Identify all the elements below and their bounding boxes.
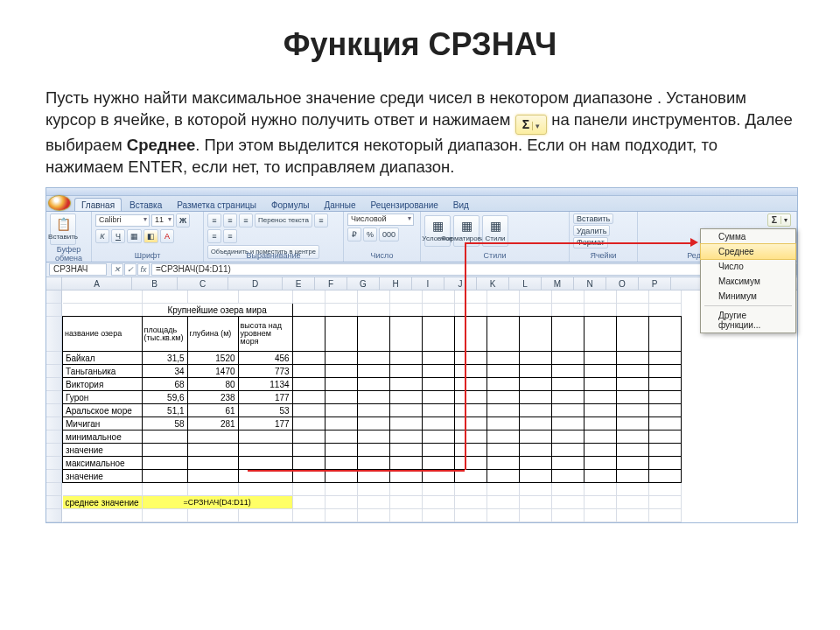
grid[interactable]: Крупнейшие озера мира название озера пло… [62, 290, 682, 523]
align-right[interactable]: ≡ [223, 229, 237, 243]
row-headers [46, 290, 62, 523]
fx-icon[interactable]: fx [137, 263, 150, 276]
sigma-icon: Σ [520, 117, 532, 131]
border-button[interactable]: ▦ [127, 229, 142, 243]
autosum-dropdown: Сумма Среднее Число Максимум Минимум Дру… [700, 228, 796, 333]
tab-data[interactable]: Данные [317, 198, 362, 211]
window-titlebar [46, 188, 797, 196]
align-center[interactable]: ≡ [207, 229, 221, 243]
name-box[interactable]: СРЗНАЧ [49, 263, 107, 276]
group-styles: ▦Условное ▦Форматировать ▦Стили Стили [421, 212, 570, 262]
page-title: Функция СРЗНАЧ [46, 26, 794, 63]
menu-sum[interactable]: Сумма [701, 229, 795, 244]
table-title: Крупнейшие озера мира [142, 304, 292, 317]
font-name-select[interactable]: Calibri [95, 214, 150, 227]
percent-button[interactable]: % [363, 228, 377, 242]
align-mid[interactable]: ≡ [223, 214, 237, 228]
menu-count[interactable]: Число [701, 259, 795, 274]
number-format-select[interactable]: Числовой [347, 214, 414, 226]
cancel-icon[interactable]: ✕ [111, 263, 123, 276]
arrow-head-icon [690, 238, 698, 247]
tab-formulas[interactable]: Формулы [264, 198, 317, 211]
arrow-annotation [465, 242, 466, 470]
col-A[interactable]: A [62, 277, 132, 290]
result-formula: =СРЗНАЧ(D4:D11) [142, 496, 292, 509]
menu-max[interactable]: Максимум [701, 274, 795, 289]
office-button[interactable] [48, 195, 71, 211]
group-editing: Σ ▾ Сумма Среднее Число Максимум Минимум… [638, 212, 797, 262]
ok-icon[interactable]: ✓ [124, 263, 136, 276]
sigma-button-inline: Σ▾ [515, 115, 547, 135]
col-C[interactable]: C [178, 277, 228, 290]
arrow-annotation [248, 470, 465, 472]
col-B[interactable]: B [132, 277, 178, 290]
menu-more-fn[interactable]: Другие функции... [701, 308, 795, 332]
currency-button[interactable]: ₽ [347, 228, 361, 242]
description: Пусть нужно найти максимальное значение … [46, 88, 794, 178]
font-size-select[interactable]: 11 [151, 214, 174, 227]
bold-button[interactable]: Ж [176, 214, 190, 228]
group-clipboard: 📋Вставить Буфер обмена [46, 212, 92, 262]
formula-bar: СРЗНАЧ ✕ ✓ fx =СРЗНАЧ(D4:D11) [46, 262, 797, 277]
menu-min[interactable]: Минимум [701, 289, 795, 304]
insert-cells[interactable]: Вставить [573, 214, 613, 225]
wrap-text[interactable]: Перенос текста [255, 214, 312, 228]
align-top[interactable]: ≡ [207, 214, 221, 228]
font-color-button[interactable]: A [160, 229, 174, 243]
fill-button[interactable]: ◧ [144, 229, 158, 243]
comma-button[interactable]: 000 [379, 228, 399, 242]
menu-average[interactable]: Среднее [700, 243, 796, 260]
group-font: Calibri 11 Ж К Ч ▦ ◧ A Шрифт [92, 212, 204, 262]
ribbon: 📋Вставить Буфер обмена Calibri 11 Ж К Ч … [46, 212, 797, 262]
tab-home[interactable]: Главная [74, 198, 122, 211]
arrow-annotation [465, 242, 690, 244]
worksheet[interactable]: A B C D E F G H I J K L M N O P [46, 277, 797, 523]
underline-button[interactable]: Ч [111, 229, 125, 243]
paste-button[interactable]: 📋Вставить [50, 214, 76, 245]
tab-review[interactable]: Рецензирование [364, 198, 445, 211]
excel-window: Главная Вставка Разметка страницы Формул… [46, 187, 798, 524]
delete-cells[interactable]: Удалить [573, 225, 610, 236]
autosum-button[interactable]: Σ ▾ [767, 214, 791, 227]
italic-button[interactable]: К [95, 229, 109, 243]
col-D[interactable]: D [228, 277, 283, 290]
tab-layout[interactable]: Разметка страницы [170, 198, 263, 211]
chevron-down-icon: ▾ [532, 122, 542, 130]
chevron-down-icon: ▾ [780, 216, 790, 224]
tab-view[interactable]: Вид [446, 198, 476, 211]
col-E[interactable]: E [283, 277, 315, 290]
group-alignment: ≡ ≡ ≡ Перенос текста ≡ ≡ ≡ Объединить и … [204, 212, 344, 262]
ribbon-tabs: Главная Вставка Разметка страницы Формул… [46, 196, 797, 212]
sigma-icon: Σ [768, 214, 780, 225]
group-number: Числовой ₽ % 000 Число [344, 212, 421, 262]
group-cells: Вставить Удалить Формат Ячейки [570, 212, 638, 262]
tab-insert[interactable]: Вставка [122, 198, 169, 211]
align-left[interactable]: ≡ [314, 214, 328, 228]
result-label: среднее значение [63, 496, 143, 509]
align-bot[interactable]: ≡ [239, 214, 253, 228]
